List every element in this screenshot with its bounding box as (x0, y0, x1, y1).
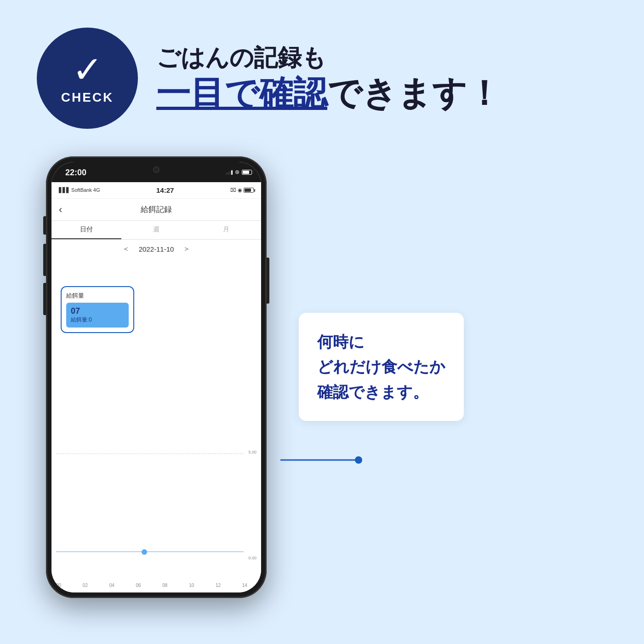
right-content: 何時に どれだけ食べたか 確認できます。 (285, 184, 464, 421)
app-content: ‹ 給餌記録 日付 週 月 ＜ 2022-11-10 (51, 199, 261, 592)
feed-label: 給餌量 (66, 292, 129, 300)
popup-amount: 給餌量:0 (71, 316, 124, 324)
carrier-text: ▋▋▋ SoftBank 4G (59, 187, 100, 193)
popup-time: 07 (71, 306, 124, 316)
tab-bar: 日付 週 月 (51, 221, 261, 240)
x-axis: 00 02 04 06 08 10 12 14 (56, 583, 247, 588)
header-area: ✓ CHECK ごはんの記録も 一目で確認できます！ (0, 0, 644, 147)
chart-baseline (56, 552, 244, 552)
feed-popup: 給餌量 07 給餌量:0 (61, 286, 134, 333)
header-highlight: 一目で確認 (156, 74, 327, 112)
callout-line1: 何時に (317, 329, 445, 354)
callout-line2: どれだけ食べたか (317, 354, 445, 379)
battery-icon (242, 170, 252, 175)
prev-date-button[interactable]: ＜ (122, 244, 130, 254)
next-date-button[interactable]: ＞ (183, 244, 190, 254)
chart-dashed-top (56, 454, 244, 454)
signal-icon (226, 169, 233, 175)
status-right-icons: ⌧ ◉ (230, 187, 254, 193)
nav-bar: ‹ 給餌記録 (51, 199, 261, 221)
svg-point-1 (355, 456, 362, 464)
main-content: 22:00 ⊛ (0, 147, 644, 598)
y-min-label: 0.00 (248, 556, 256, 560)
phone-wrapper: 22:00 ⊛ (46, 156, 267, 598)
feed-popup-item: 07 給餌量:0 (66, 303, 129, 328)
phone-screen: 22:00 ⊛ (51, 162, 261, 592)
carrier-name: SoftBank 4G (71, 187, 100, 193)
chart-container: 給餌量 07 給餌量:0 5.00 0.00 (51, 259, 261, 592)
date-nav: ＜ 2022-11-10 ＞ (51, 240, 261, 259)
main-time: 14:27 (156, 186, 174, 194)
tab-date[interactable]: 日付 (51, 221, 121, 239)
tab-month[interactable]: 月 (191, 221, 261, 239)
header-title-part2: できます！ (327, 74, 501, 112)
check-icon: ✓ (72, 52, 103, 88)
chart-area: 5.00 0.00 (56, 450, 256, 569)
header-title: 一目で確認できます！ (156, 73, 501, 114)
x-label-08: 08 (162, 583, 167, 588)
check-label: CHECK (61, 90, 114, 105)
x-label-10: 10 (189, 583, 194, 588)
status-bar-dark: 22:00 ⊛ (51, 162, 261, 182)
x-label-02: 02 (83, 583, 88, 588)
tab-week[interactable]: 週 (121, 221, 191, 239)
dark-time: 22:00 (61, 167, 86, 178)
status-bar-main: ▋▋▋ SoftBank 4G 14:27 ⌧ ◉ (51, 182, 261, 199)
phone-mockup: 22:00 ⊛ (46, 156, 267, 598)
x-label-06: 06 (136, 583, 141, 588)
page-container: ✓ CHECK ごはんの記録も 一目で確認できます！ (0, 0, 644, 644)
check-badge: ✓ CHECK (37, 28, 138, 129)
header-subtitle: ごはんの記録も (156, 42, 501, 74)
back-button[interactable]: ‹ (59, 204, 62, 216)
callout-box: 何時に どれだけ食べたか 確認できます。 (299, 313, 464, 421)
x-label-04: 04 (109, 583, 114, 588)
phone-btn-power (267, 258, 269, 304)
header-text: ごはんの記録も 一目で確認できます！ (156, 42, 501, 114)
callout-line3: 確認できます。 (317, 380, 445, 404)
signal-small: ▋▋▋ (59, 187, 70, 193)
location-icon: ⌧ (230, 187, 236, 193)
front-camera (153, 167, 160, 173)
current-date: 2022-11-10 (139, 245, 174, 253)
lock-icon: ◉ (238, 187, 242, 193)
x-label-14: 14 (242, 583, 247, 588)
y-max-label: 5.00 (248, 450, 256, 454)
nav-title: 給餌記録 (141, 204, 172, 215)
x-label-00: 00 (56, 583, 61, 588)
x-label-12: 12 (216, 583, 221, 588)
battery-icon-main (244, 188, 254, 193)
chart-dot (142, 549, 147, 555)
